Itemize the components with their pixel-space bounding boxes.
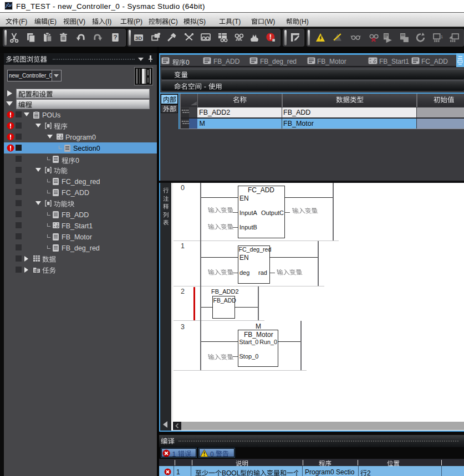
svg-text:1: 1 — [441, 34, 443, 39]
svg-text:!: ! — [269, 33, 272, 41]
svg-text:?: ? — [113, 34, 117, 40]
svg-text:3D: 3D — [135, 35, 142, 41]
